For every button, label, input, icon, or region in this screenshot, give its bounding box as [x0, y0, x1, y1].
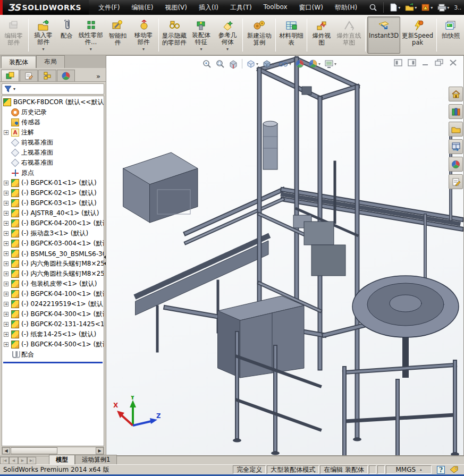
tab-layout[interactable]: 布局: [36, 55, 65, 68]
tree-item-origin[interactable]: 原点: [2, 168, 104, 178]
exploded-view-button[interactable]: 爆炸视图: [309, 16, 334, 54]
insert-component-button[interactable]: 插入零部件 ▾: [30, 16, 57, 54]
tree-item-component[interactable]: +(-) BGPCK-03<1> (默认): [2, 198, 104, 208]
tree-item-component[interactable]: +(-) 振动盘3<1> (默认): [2, 228, 104, 239]
file-explorer-icon[interactable]: [449, 122, 463, 137]
doc-minimize-button[interactable]: [421, 59, 429, 66]
tree-item-component[interactable]: +(-) 内六角圆柱头螺钉M8×25[: [2, 259, 104, 269]
display-style-icon[interactable]: ▾: [261, 58, 275, 70]
view-settings-icon[interactable]: ▾: [323, 58, 338, 70]
panel-splitter[interactable]: [103, 249, 106, 272]
tree-item-front-plane[interactable]: 前视基准面: [2, 138, 104, 148]
smart-fasteners-button[interactable]: 智能扣件: [105, 16, 131, 54]
tree-item-component[interactable]: +(-) BGPCK-04-100<1> (默认): [2, 289, 104, 299]
expand-icon[interactable]: +: [4, 191, 9, 196]
menu-insert[interactable]: 插入(I): [193, 1, 224, 14]
view-orientation-icon[interactable]: ▾: [245, 58, 259, 70]
home-icon[interactable]: [449, 87, 463, 101]
tree-item-component[interactable]: +(-) BGPCK-01<1> (默认): [2, 178, 104, 188]
menu-edit[interactable]: 编辑(E): [126, 1, 158, 14]
section-view-icon[interactable]: [227, 58, 239, 70]
menu-file[interactable]: 文件(F): [93, 1, 125, 14]
expand-icon[interactable]: +: [4, 221, 9, 226]
tree-item-component[interactable]: +(-) 0242219519<1> (默认): [2, 299, 104, 309]
view-palette-icon[interactable]: [449, 139, 463, 154]
expand-icon[interactable]: +: [4, 251, 9, 256]
tree-item-component[interactable]: +(-) BGPCK-02-131-1425<1> (默: [2, 319, 104, 329]
open-document-button[interactable]: ▾: [404, 2, 418, 13]
units-selector[interactable]: MMGS ▴: [386, 465, 432, 474]
expand-icon[interactable]: +: [4, 322, 9, 327]
tab-model[interactable]: 模型: [49, 455, 75, 464]
first-tab-button[interactable]: |◀: [0, 457, 9, 464]
expand-icon[interactable]: +: [4, 312, 9, 317]
zoom-to-area-icon[interactable]: [214, 58, 226, 70]
instant3d-button[interactable]: Instant3D: [367, 16, 400, 54]
tree-item-component[interactable]: +(-) 包装机皮带<1> (默认): [2, 279, 104, 289]
pane-left-button[interactable]: [394, 59, 402, 66]
expand-icon[interactable]: +: [4, 271, 9, 276]
menu-help[interactable]: 帮助(H): [330, 1, 362, 14]
panel-overflow-button[interactable]: »: [96, 72, 105, 81]
next-tab-button[interactable]: ▶: [18, 457, 27, 464]
tree-item-top-plane[interactable]: 上视基准面: [2, 148, 104, 158]
expand-icon[interactable]: +: [4, 130, 9, 135]
scroll-left-arrow[interactable]: ◀: [2, 447, 10, 454]
tree-item-component[interactable]: +(-) 内六角圆柱头螺钉M8×25[: [2, 269, 104, 279]
expand-icon[interactable]: +: [4, 261, 9, 266]
tree-item-right-plane[interactable]: 右视基准面: [2, 158, 104, 168]
edit-appearance-icon[interactable]: [294, 58, 306, 70]
new-document-button[interactable]: ▾: [389, 2, 401, 13]
tree-item-component[interactable]: +(-) BGPCK-04-300<1> (默认): [2, 309, 104, 319]
expand-icon[interactable]: +: [4, 201, 9, 206]
appearances-icon[interactable]: [449, 157, 463, 172]
bill-of-materials-button[interactable]: 材料明细表: [277, 16, 305, 54]
tree-item-component[interactable]: +(-) 纸套14-25<1> (默认): [2, 329, 104, 339]
quick-tips-help-icon[interactable]: ?: [437, 466, 445, 474]
doc-restore-button[interactable]: [435, 59, 444, 66]
tree-item-annotations[interactable]: +A注解: [2, 128, 104, 138]
expand-icon[interactable]: +: [4, 282, 9, 286]
menu-window[interactable]: 窗口(W): [294, 1, 328, 14]
pane-right-button[interactable]: [408, 59, 416, 66]
expand-icon[interactable]: +: [4, 181, 9, 185]
move-component-button[interactable]: 移动零部件 ▾: [130, 16, 157, 54]
menu-view[interactable]: 视图(V): [159, 1, 192, 14]
tab-assembly[interactable]: 装配体: [1, 56, 36, 69]
tag-icon[interactable]: [449, 466, 459, 473]
custom-properties-icon[interactable]: [449, 174, 463, 189]
update-speedpak-button[interactable]: 更新Speedpak: [400, 16, 435, 54]
expand-icon[interactable]: +: [4, 302, 9, 307]
doc-close-button[interactable]: [449, 59, 457, 66]
apply-scene-icon[interactable]: ▾: [307, 58, 322, 70]
tab-motion-study[interactable]: 运动算例1: [75, 455, 117, 464]
last-tab-button[interactable]: ▶|: [27, 457, 36, 464]
tree-item-component[interactable]: +(-) AJSTR8_40<1> (默认): [2, 208, 104, 218]
tree-root[interactable]: BGPCK-F8DCOR (默认<<默认>_: [2, 97, 104, 107]
show-hidden-components-button[interactable]: 显示隐藏的零部件: [161, 16, 188, 54]
rollback-bar[interactable]: [3, 362, 103, 363]
mate-button[interactable]: 配合: [56, 16, 77, 54]
expand-icon[interactable]: +: [4, 292, 9, 296]
publish-edrawings-button[interactable]: ▾: [420, 2, 434, 13]
display-manager-tab[interactable]: [57, 70, 75, 81]
hide-show-items-icon[interactable]: ▾: [277, 58, 292, 70]
take-snapshot-button[interactable]: 拍快照: [438, 16, 463, 54]
assembly-features-button[interactable]: 装配体特征 ▾: [188, 16, 215, 54]
expand-icon[interactable]: +: [4, 231, 9, 236]
property-manager-tab[interactable]: [20, 70, 38, 81]
feature-manager-tab[interactable]: [1, 70, 19, 81]
menu-tools[interactable]: 工具(T): [225, 1, 257, 14]
filter-dropdown-arrow[interactable]: ▾: [13, 87, 15, 91]
new-motion-study-button[interactable]: 新建运动算例: [244, 16, 274, 54]
tree-item-component[interactable]: +(-) BGPCK-02<1> (默认): [2, 188, 104, 198]
expand-icon[interactable]: +: [4, 342, 9, 347]
expand-icon[interactable]: +: [4, 332, 9, 337]
configuration-manager-tab[interactable]: [38, 70, 56, 81]
linear-component-pattern-button[interactable]: 线性零部件... ▾: [77, 16, 105, 54]
zoom-to-fit-icon[interactable]: [201, 58, 213, 70]
graphics-viewport[interactable]: ▾ ▾ ▾ ▾ ▾: [106, 55, 464, 456]
tree-filter-bar[interactable]: ▾: [2, 83, 104, 95]
design-library-icon[interactable]: [449, 104, 463, 119]
menu-toolbox[interactable]: Toolbox: [258, 1, 293, 14]
